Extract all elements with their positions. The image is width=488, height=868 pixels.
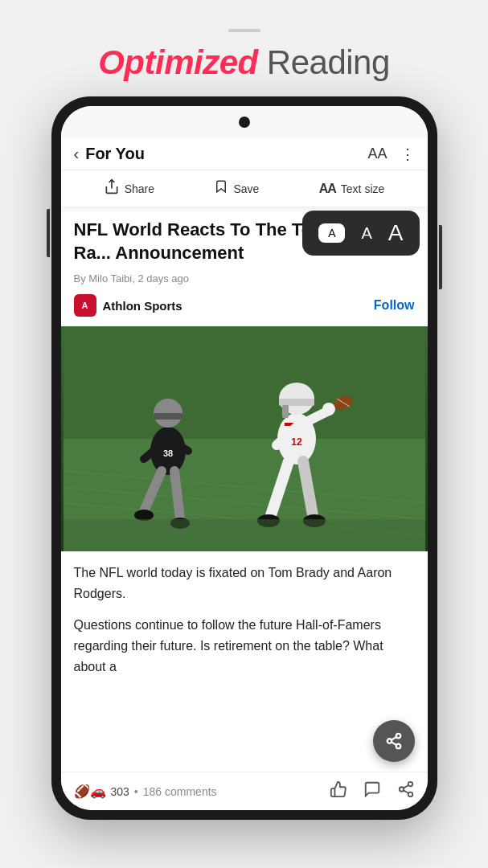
nav-title: For You bbox=[85, 145, 145, 163]
top-bar-right: AA ⋮ bbox=[367, 145, 414, 163]
svg-rect-13 bbox=[154, 413, 182, 420]
textsize-button[interactable]: AA Text size bbox=[319, 182, 385, 196]
scroll-indicator bbox=[228, 29, 260, 32]
reaction-count: 303 bbox=[111, 785, 129, 798]
comment-button[interactable] bbox=[363, 780, 381, 802]
svg-point-37 bbox=[396, 734, 400, 739]
text-size-medium[interactable]: A bbox=[361, 224, 371, 243]
page-wrapper: Optimized Reading ‹ For You AA ⋮ bbox=[0, 0, 488, 868]
svg-rect-36 bbox=[64, 519, 425, 551]
svg-text:38: 38 bbox=[162, 448, 172, 458]
like-button[interactable] bbox=[330, 780, 347, 802]
optimized-text: Optimized bbox=[98, 43, 258, 81]
svg-point-44 bbox=[408, 792, 412, 797]
svg-rect-24 bbox=[279, 399, 314, 406]
font-size-icon[interactable]: AA bbox=[367, 145, 387, 162]
follow-button[interactable]: Follow bbox=[374, 298, 415, 313]
bottom-reactions: 🏈🚗 303 • 186 comments bbox=[74, 784, 217, 799]
article-body: The NFL world today is fixated on Tom Br… bbox=[61, 563, 428, 677]
text-size-small[interactable]: A bbox=[318, 223, 345, 243]
share-action-button[interactable] bbox=[397, 780, 415, 802]
float-share-button[interactable] bbox=[373, 720, 415, 762]
svg-point-38 bbox=[387, 739, 392, 743]
comments-separator: • bbox=[134, 785, 138, 798]
save-label: Save bbox=[233, 182, 259, 195]
article-meta: By Milo Taibi, 2 days ago bbox=[74, 272, 415, 285]
svg-rect-10 bbox=[64, 326, 425, 439]
source-abbr: A bbox=[82, 301, 88, 310]
share-button[interactable]: Share bbox=[104, 178, 154, 199]
page-header: Optimized Reading bbox=[98, 43, 390, 82]
bottom-bar: 🏈🚗 303 • 186 comments bbox=[61, 772, 428, 810]
top-bar-left: ‹ For You bbox=[74, 145, 145, 163]
svg-point-42 bbox=[408, 782, 412, 787]
svg-line-40 bbox=[391, 742, 396, 745]
article-image-container: 38 bbox=[61, 326, 428, 551]
svg-point-19 bbox=[134, 510, 154, 521]
reading-word: Reading bbox=[267, 43, 390, 81]
source-name: Athlon Sports bbox=[103, 299, 182, 313]
textsize-label: Text size bbox=[341, 182, 384, 195]
phone-frame: ‹ For You AA ⋮ bbox=[51, 96, 437, 820]
svg-point-28 bbox=[322, 403, 335, 416]
save-button[interactable]: Save bbox=[214, 178, 259, 199]
phone-screen: ‹ For You AA ⋮ bbox=[61, 106, 428, 810]
svg-line-46 bbox=[403, 785, 408, 788]
top-navigation-bar: ‹ For You AA ⋮ bbox=[61, 138, 428, 170]
back-button[interactable]: ‹ bbox=[74, 145, 80, 163]
svg-text:12: 12 bbox=[291, 436, 302, 448]
bookmark-icon bbox=[214, 178, 228, 199]
article-source: A Athlon Sports Follow bbox=[74, 294, 415, 317]
more-menu-icon[interactable]: ⋮ bbox=[400, 145, 415, 163]
comments-count: 186 comments bbox=[143, 785, 217, 798]
reaction-emoji: 🏈🚗 bbox=[74, 784, 106, 799]
article-paragraph-2: Questions continue to follow the future … bbox=[74, 615, 415, 677]
source-logo: A bbox=[74, 294, 96, 317]
article-paragraph-1: The NFL world today is fixated on Tom Br… bbox=[74, 563, 415, 604]
share-label: Share bbox=[125, 182, 154, 195]
text-size-dropdown: A A A bbox=[302, 211, 419, 256]
page-title: Optimized Reading bbox=[98, 43, 390, 81]
svg-point-39 bbox=[396, 744, 400, 749]
svg-rect-25 bbox=[282, 405, 289, 418]
source-info: A Athlon Sports bbox=[74, 294, 182, 317]
svg-line-45 bbox=[403, 790, 408, 793]
textsize-icon: AA bbox=[319, 182, 336, 196]
share-icon bbox=[104, 178, 120, 199]
notch-bar bbox=[61, 106, 428, 138]
svg-point-43 bbox=[399, 787, 404, 792]
svg-line-18 bbox=[174, 471, 180, 519]
camera bbox=[239, 117, 250, 128]
svg-line-41 bbox=[391, 737, 396, 740]
article-image: 38 bbox=[61, 326, 428, 551]
text-size-large[interactable]: A bbox=[388, 220, 404, 246]
action-toolbar: Share Save AA Text size A bbox=[61, 170, 428, 207]
bottom-actions bbox=[330, 780, 415, 802]
